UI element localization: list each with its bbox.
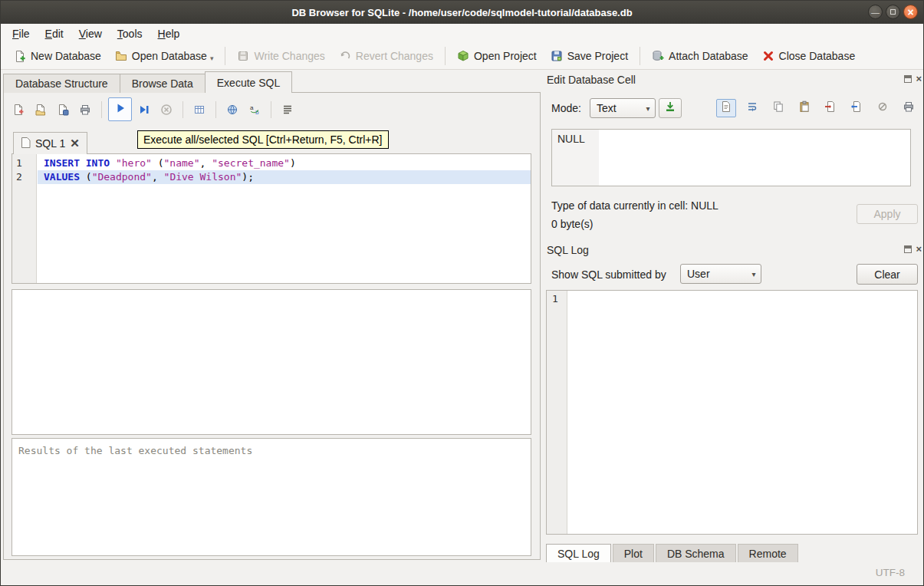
globe-icon: [226, 104, 238, 116]
text-mode-button[interactable]: [716, 99, 736, 117]
close-dock-icon[interactable]: ×: [916, 75, 922, 83]
menu-view[interactable]: View: [71, 25, 110, 42]
attach-database-label: Attach Database: [669, 50, 748, 62]
copy-button[interactable]: [768, 99, 788, 117]
open-database-button[interactable]: Open Database ▾: [108, 46, 221, 66]
dock-tab-sql-log[interactable]: SQL Log: [546, 544, 611, 564]
sql-code-area[interactable]: INSERT INTO "hero" ("name", "secret_name…: [38, 154, 531, 283]
open-database-menu-arrow[interactable]: ▾: [210, 54, 214, 62]
open-sql-file-button[interactable]: [31, 100, 51, 120]
save-project-icon: [551, 50, 563, 62]
new-database-label: New Database: [31, 50, 101, 62]
print-sql-button[interactable]: [75, 100, 95, 120]
paste-button[interactable]: [794, 99, 814, 117]
align-lines-icon: [281, 104, 294, 116]
export-results-button[interactable]: [189, 100, 209, 120]
sql-log-view[interactable]: 1: [546, 290, 918, 535]
float-dock-icon[interactable]: [904, 245, 912, 253]
close-window-button[interactable]: ×: [903, 5, 918, 19]
float-dock-icon[interactable]: [904, 75, 912, 83]
sql-file-tab[interactable]: SQL 1 ✕: [13, 132, 87, 154]
execute-line-button[interactable]: [134, 100, 154, 120]
svg-text:a: a: [250, 104, 254, 111]
open-project-label: Open Project: [474, 50, 537, 62]
word-wrap-button[interactable]: [742, 99, 762, 117]
toolbar-separator: [445, 47, 446, 65]
sql-line-2: VALUES ("Deadpond", "Dive Wilson");: [38, 170, 531, 184]
clear-log-button[interactable]: Clear: [857, 264, 918, 285]
cell-value-editor[interactable]: NULL: [551, 129, 911, 186]
print-cell-button[interactable]: [899, 99, 919, 117]
close-database-icon: [762, 50, 774, 62]
encoding-indicator[interactable]: UTF-8: [876, 567, 905, 578]
open-project-icon: [457, 50, 469, 62]
titlebar[interactable]: DB Browser for SQLite - /home/user/code/…: [1, 1, 923, 24]
edit-cell-dock-controls: ×: [904, 75, 922, 83]
close-tab-icon[interactable]: ✕: [70, 139, 80, 148]
open-project-button[interactable]: Open Project: [450, 46, 544, 66]
toolbar-separator: [640, 47, 640, 65]
new-sql-tab-button[interactable]: [8, 100, 28, 120]
set-null-icon: [876, 100, 889, 116]
import-data-icon: [664, 100, 676, 116]
revert-changes-button: Revert Changes: [332, 46, 440, 66]
paste-icon: [798, 100, 811, 116]
close-dock-icon[interactable]: ×: [916, 245, 922, 253]
import-file-icon: [824, 100, 837, 116]
line-number: 1: [12, 156, 36, 170]
export-file-icon: [850, 100, 863, 116]
maximize-button[interactable]: [886, 5, 900, 19]
set-null-button[interactable]: [873, 99, 893, 117]
export-file-button[interactable]: [847, 99, 866, 117]
print-icon: [79, 104, 91, 116]
export-table-icon: [193, 104, 206, 116]
maximize-icon: [890, 9, 896, 15]
find-replace-button[interactable]: ab: [245, 100, 265, 120]
attach-database-button[interactable]: Attach Database: [645, 46, 755, 66]
sql-toolbar-separator: [271, 101, 271, 118]
execution-log-pane[interactable]: Results of the last executed statements: [12, 438, 531, 556]
tab-browse-data[interactable]: Browse Data: [120, 74, 206, 93]
menu-file[interactable]: File: [5, 25, 38, 42]
menu-help[interactable]: Help: [150, 25, 188, 42]
sql-editor[interactable]: 1 2 INSERT INTO "hero" ("name", "secret_…: [12, 153, 531, 284]
dock-tab-plot[interactable]: Plot: [613, 544, 654, 564]
save-project-button[interactable]: Save Project: [544, 46, 635, 66]
save-sql-file-button[interactable]: [53, 100, 73, 120]
sql-log-dock-controls: ×: [904, 245, 922, 253]
execute-tooltip: Execute all/selected SQL [Ctrl+Return, F…: [137, 130, 389, 149]
submitted-by-combobox[interactable]: User ▾: [680, 264, 761, 284]
new-database-button[interactable]: New Database: [7, 46, 108, 66]
sql-file-icon: [21, 137, 31, 150]
mode-combobox[interactable]: Text ▾: [590, 98, 656, 118]
line-number: 2: [12, 170, 36, 184]
minimize-icon: —: [871, 8, 880, 17]
open-file-icon: [35, 104, 47, 116]
revert-changes-icon: [339, 50, 351, 62]
browse-button[interactable]: [222, 100, 242, 120]
tab-database-structure[interactable]: Database Structure: [3, 74, 120, 93]
minimize-button[interactable]: —: [868, 5, 883, 19]
log-line-number: 1: [547, 291, 567, 305]
stop-execution-button: [156, 100, 176, 120]
save-file-icon: [57, 104, 69, 116]
open-in-external-button[interactable]: [659, 98, 682, 118]
execute-line-icon: [138, 104, 150, 116]
menu-edit[interactable]: Edit: [38, 25, 71, 42]
tab-execute-sql[interactable]: Execute SQL: [205, 71, 293, 93]
menu-tools[interactable]: Tools: [110, 25, 150, 42]
results-grid[interactable]: [12, 289, 531, 435]
execute-all-button[interactable]: [108, 97, 132, 121]
dock-tab-db-schema[interactable]: DB Schema: [656, 544, 736, 564]
close-database-label: Close Database: [779, 50, 856, 62]
close-database-button[interactable]: Close Database: [755, 46, 863, 66]
cell-type-info: Type of data currently in cell: NULL: [551, 199, 718, 212]
write-changes-icon: [237, 50, 249, 62]
mode-label: Mode:: [551, 102, 581, 114]
format-sql-button[interactable]: [278, 100, 298, 120]
dock-tab-remote[interactable]: Remote: [738, 544, 798, 564]
import-file-button[interactable]: [820, 99, 840, 117]
sql-line-1: INSERT INTO "hero" ("name", "secret_name…: [38, 156, 531, 170]
open-database-icon: [115, 50, 127, 62]
dock-tab-bar: SQL Log Plot DB Schema Remote: [546, 544, 798, 564]
